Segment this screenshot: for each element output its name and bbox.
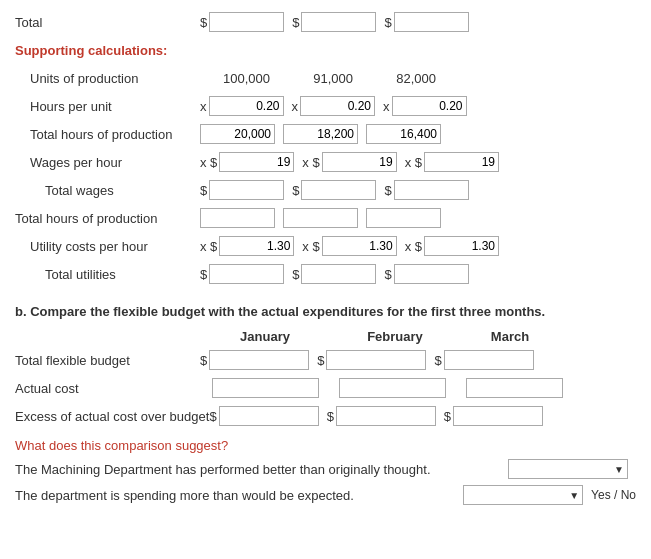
total-utilities-input-2[interactable] bbox=[301, 264, 376, 284]
wages-cell-2: x $ bbox=[302, 152, 396, 172]
total-cell-1: $ bbox=[200, 12, 284, 32]
total-cell-3: $ bbox=[384, 12, 468, 32]
utility-cell-1: x $ bbox=[200, 236, 294, 256]
total-wages-cell-3: $ bbox=[384, 180, 468, 200]
statement2-select[interactable]: Yes No bbox=[463, 485, 583, 505]
section-b-prefix: b. Compare the flexible budget with the … bbox=[15, 304, 545, 319]
col-headers: January February March bbox=[200, 329, 636, 344]
eac-cell-2: $ bbox=[327, 406, 436, 426]
hours-per-unit-row: Hours per unit x x x bbox=[15, 94, 636, 118]
utility-cell-2: x $ bbox=[302, 236, 396, 256]
ac-cell-2 bbox=[327, 378, 446, 398]
col-header-march: March bbox=[460, 329, 560, 344]
utility-cell-3: x $ bbox=[405, 236, 499, 256]
eac-cell-3: $ bbox=[444, 406, 543, 426]
total-flexible-budget-label: Total flexible budget bbox=[15, 353, 200, 368]
wages-per-hour-label: Wages per hour bbox=[15, 155, 200, 170]
total-hours-production2-label: Total hours of production bbox=[15, 211, 200, 226]
actual-cost-label: Actual cost bbox=[15, 381, 200, 396]
total-wages-cell-1: $ bbox=[200, 180, 284, 200]
utility-costs-row: Utility costs per hour x $ x $ x $ bbox=[15, 234, 636, 258]
total-hours2-input-3[interactable] bbox=[366, 208, 441, 228]
tfb-cell-1: $ bbox=[200, 350, 309, 370]
total-utilities-cell-2: $ bbox=[292, 264, 376, 284]
utility-input-3[interactable] bbox=[424, 236, 499, 256]
tfb-input-2[interactable] bbox=[326, 350, 426, 370]
hours-per-unit-input-2[interactable] bbox=[300, 96, 375, 116]
total-hours2-cell-3 bbox=[366, 208, 441, 228]
total-wages-input-1[interactable] bbox=[209, 180, 284, 200]
units-val-3: 82,000 bbox=[366, 71, 441, 86]
total-utilities-cell-1: $ bbox=[200, 264, 284, 284]
hours-per-unit-input-1[interactable] bbox=[209, 96, 284, 116]
total-cell-2: $ bbox=[292, 12, 376, 32]
total-hours-production-label: Total hours of production bbox=[15, 127, 200, 142]
ac-input-2[interactable] bbox=[339, 378, 446, 398]
ac-cell-3 bbox=[454, 378, 563, 398]
utility-input-2[interactable] bbox=[322, 236, 397, 256]
statement2-select-wrapper[interactable]: Yes No bbox=[463, 485, 583, 505]
statement1-select[interactable]: Yes No bbox=[508, 459, 628, 479]
ac-input-3[interactable] bbox=[466, 378, 563, 398]
total-hours-production2-row: Total hours of production bbox=[15, 206, 636, 230]
hours-per-unit-input-3[interactable] bbox=[392, 96, 467, 116]
supporting-label: Supporting calculations: bbox=[15, 43, 200, 58]
total-hours-input-2[interactable] bbox=[283, 124, 358, 144]
tfb-cell-3: $ bbox=[434, 350, 533, 370]
total-label: Total bbox=[15, 15, 200, 30]
units-of-production-label: Units of production bbox=[15, 71, 200, 86]
utility-costs-label: Utility costs per hour bbox=[15, 239, 200, 254]
total-input-3[interactable] bbox=[394, 12, 469, 32]
total-hours2-input-2[interactable] bbox=[283, 208, 358, 228]
col-header-february: February bbox=[330, 329, 460, 344]
total-input-1[interactable] bbox=[209, 12, 284, 32]
total-utilities-label: Total utilities bbox=[15, 267, 200, 282]
total-hours-cell-2 bbox=[283, 124, 358, 144]
wages-cell-3: x $ bbox=[405, 152, 499, 172]
total-wages-cell-2: $ bbox=[292, 180, 376, 200]
total-utilities-input-1[interactable] bbox=[209, 264, 284, 284]
total-hours-cell-1 bbox=[200, 124, 275, 144]
total-utilities-cell-3: $ bbox=[384, 264, 468, 284]
wages-input-1[interactable] bbox=[219, 152, 294, 172]
statement1-text: The Machining Department has performed b… bbox=[15, 462, 488, 477]
total-utilities-row: Total utilities $ $ $ bbox=[15, 262, 636, 286]
supporting-row: Supporting calculations: bbox=[15, 38, 636, 62]
excess-actual-cost-row: Excess of actual cost over budget $ $ $ bbox=[15, 404, 636, 428]
wages-input-3[interactable] bbox=[424, 152, 499, 172]
section-b: b. Compare the flexible budget with the … bbox=[15, 304, 636, 505]
eac-input-3[interactable] bbox=[453, 406, 543, 426]
col-header-january: January bbox=[200, 329, 330, 344]
hours-per-unit-cell-2: x bbox=[292, 96, 376, 116]
tfb-input-1[interactable] bbox=[209, 350, 309, 370]
eac-cell-1: $ bbox=[209, 406, 318, 426]
hours-per-unit-label: Hours per unit bbox=[15, 99, 200, 114]
total-hours-cell-3 bbox=[366, 124, 441, 144]
total-hours2-input-1[interactable] bbox=[200, 208, 275, 228]
ac-input-1[interactable] bbox=[212, 378, 319, 398]
eac-input-2[interactable] bbox=[336, 406, 436, 426]
statement1-select-wrapper[interactable]: Yes No bbox=[508, 459, 628, 479]
total-wages-input-3[interactable] bbox=[394, 180, 469, 200]
utility-input-1[interactable] bbox=[219, 236, 294, 256]
total-hours2-cell-1 bbox=[200, 208, 275, 228]
statement2-text: The department is spending more than wou… bbox=[15, 488, 443, 503]
eac-input-1[interactable] bbox=[219, 406, 319, 426]
total-hours2-cell-2 bbox=[283, 208, 358, 228]
units-of-production-row: Units of production 100,000 91,000 82,00… bbox=[15, 66, 636, 90]
total-utilities-input-3[interactable] bbox=[394, 264, 469, 284]
tfb-input-3[interactable] bbox=[444, 350, 534, 370]
total-row: Total $ $ $ bbox=[15, 10, 636, 34]
total-hours-input-1[interactable] bbox=[200, 124, 275, 144]
total-input-2[interactable] bbox=[301, 12, 376, 32]
ac-cell-1 bbox=[200, 378, 319, 398]
total-flexible-budget-row: Total flexible budget $ $ $ bbox=[15, 348, 636, 372]
actual-cost-row: Actual cost bbox=[15, 376, 636, 400]
total-wages-input-2[interactable] bbox=[301, 180, 376, 200]
statement2-row: The department is spending more than wou… bbox=[15, 485, 636, 505]
what-suggest-label: What does this comparison suggest? bbox=[15, 438, 636, 453]
wages-input-2[interactable] bbox=[322, 152, 397, 172]
section-b-title: b. Compare the flexible budget with the … bbox=[15, 304, 636, 319]
wages-per-hour-row: Wages per hour x $ x $ x $ bbox=[15, 150, 636, 174]
total-hours-input-3[interactable] bbox=[366, 124, 441, 144]
